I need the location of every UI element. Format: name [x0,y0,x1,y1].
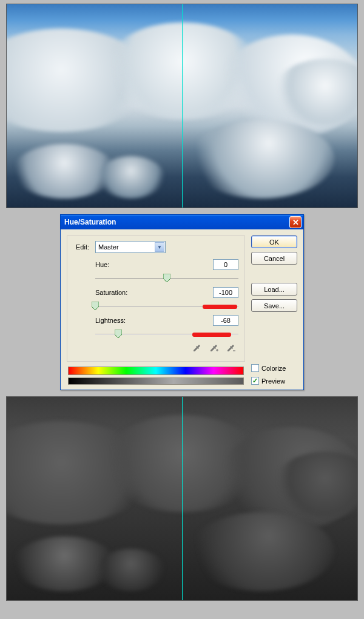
eyedropper-plus-icon[interactable] [208,343,219,354]
cancel-button[interactable]: Cancel [251,252,297,265]
edit-label: Edit: [73,243,92,251]
colorize-checkbox[interactable] [251,364,259,372]
after-image [6,396,358,601]
saturation-label: Saturation: [95,289,213,296]
load-button[interactable]: Load... [251,283,297,296]
edit-select[interactable]: Master ▼ [95,241,166,253]
preview-label: Preview [261,377,285,385]
lightness-slider-thumb[interactable] [115,330,122,338]
hue-label: Hue: [95,261,213,268]
saturation-input[interactable]: -100 [213,287,238,298]
dialog-titlebar[interactable]: Hue/Saturation ✕ [61,215,303,229]
hue-spectrum-bar [68,367,244,375]
preview-checkbox[interactable] [251,377,259,385]
edit-select-value: Master [98,243,119,251]
hue-slider[interactable] [95,274,238,283]
ok-button[interactable]: OK [251,235,297,248]
saturation-slider[interactable] [95,302,238,311]
svg-marker-0 [163,274,170,282]
gray-spectrum-bar [68,377,244,385]
edit-fieldset: Edit: Master ▼ Hue: 0 [67,235,245,362]
hue-saturation-dialog: Hue/Saturation ✕ Edit: Master ▼ [60,214,304,390]
svg-marker-1 [92,302,99,310]
close-icon: ✕ [292,218,299,227]
colorize-label: Colorize [261,365,286,372]
lightness-highlight [192,333,231,337]
hue-slider-thumb[interactable] [163,274,170,282]
before-image [6,4,358,208]
dialog-title: Hue/Saturation [64,218,116,226]
lightness-input[interactable]: -68 [213,315,238,326]
saturation-slider-thumb[interactable] [92,302,99,310]
chevron-down-icon: ▼ [155,242,164,252]
hue-input[interactable]: 0 [213,259,238,270]
lightness-label: Lightness: [95,317,213,324]
saturation-highlight [203,305,237,309]
eyedropper-icon[interactable] [191,343,202,354]
svg-marker-2 [115,330,122,338]
save-button[interactable]: Save... [251,299,297,312]
close-button[interactable]: ✕ [289,216,302,228]
lightness-slider[interactable] [95,330,238,339]
eyedropper-minus-icon[interactable] [225,343,236,354]
